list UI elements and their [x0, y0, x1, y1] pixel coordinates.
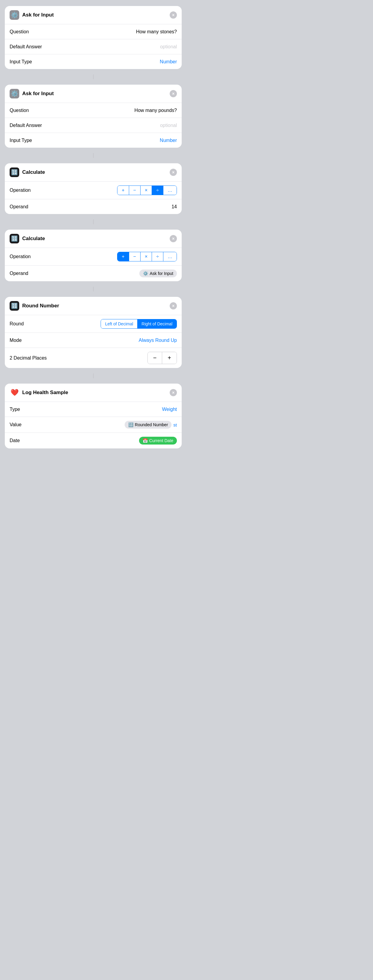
default-answer-value-1: optional — [160, 44, 177, 49]
operation-buttons-2: + − × ÷ … — [117, 252, 177, 261]
question-row-1: Question How many stones? — [5, 24, 182, 39]
op-plus-2[interactable]: + — [118, 252, 129, 261]
value-row: Value 🔢 Rounded Number st — [5, 417, 182, 433]
gear-icon-1: ⚙️ — [10, 10, 19, 20]
connector-1 — [93, 75, 94, 79]
gear-icon-2: ⚙️ — [10, 89, 19, 99]
rounded-number-pill[interactable]: 🔢 Rounded Number — [124, 421, 172, 429]
default-answer-row-1: Default Answer optional — [5, 39, 182, 54]
operation-label-2: Operation — [10, 254, 30, 259]
input-type-row-1: Input Type Number — [5, 54, 182, 69]
close-button-2[interactable]: × — [170, 90, 177, 97]
calculate-card-2: 🔢 Calculate × Operation + − × ÷ … Operan… — [5, 230, 182, 281]
input-type-label-1: Input Type — [10, 59, 32, 65]
right-of-decimal-btn[interactable]: Right of Decimal — [137, 319, 177, 328]
close-button-4[interactable]: × — [170, 235, 177, 242]
type-value[interactable]: Weight — [162, 407, 177, 412]
stepper-minus-btn[interactable]: − — [148, 352, 163, 364]
connector-3 — [93, 220, 94, 224]
calc-icon-1: 🔢 — [10, 167, 19, 177]
default-answer-label-2: Default Answer — [10, 123, 42, 128]
calc-title-2: Calculate — [22, 235, 167, 242]
input-type-value-2[interactable]: Number — [160, 138, 177, 143]
log-health-card: ❤️ Log Health Sample × Type Weight Value… — [5, 383, 182, 449]
close-button-1[interactable]: × — [170, 11, 177, 19]
round-row: Round Left of Decimal Right of Decimal — [5, 315, 182, 332]
input-type-row-2: Input Type Number — [5, 133, 182, 148]
mode-value[interactable]: Always Round Up — [139, 338, 177, 343]
question-value-1: How many stones? — [136, 29, 177, 35]
card-title-2: Ask for Input — [22, 91, 167, 97]
op-more-1[interactable]: … — [163, 186, 177, 195]
card-header-2: ⚙️ Ask for Input × — [5, 84, 182, 103]
ask-for-input-card-1: ⚙️ Ask for Input × Question How many sto… — [5, 6, 182, 69]
pill-gear-icon: ⚙️ — [143, 271, 148, 276]
rounded-number-icon: 🔢 — [128, 422, 133, 427]
operand-label-1: Operand — [10, 204, 28, 210]
round-title: Round Number — [22, 303, 167, 309]
calculate-card-1: 🔢 Calculate × Operation + − × ÷ … Operan… — [5, 163, 182, 214]
connector-5 — [93, 373, 94, 378]
log-health-title: Log Health Sample — [22, 390, 167, 396]
left-of-decimal-btn[interactable]: Left of Decimal — [101, 319, 137, 328]
heart-icon: ❤️ — [10, 388, 19, 398]
close-button-5[interactable]: × — [170, 302, 177, 309]
operation-buttons-1: + − × ÷ … — [117, 186, 177, 195]
input-type-value-1[interactable]: Number — [160, 59, 177, 65]
decimal-stepper: − + — [147, 352, 177, 364]
round-header: 🔢 Round Number × — [5, 297, 182, 315]
mode-row: Mode Always Round Up — [5, 332, 182, 348]
op-plus-1[interactable]: + — [118, 186, 129, 195]
operand-value-1[interactable]: 14 — [172, 204, 177, 210]
question-label-1: Question — [10, 29, 29, 35]
op-more-2[interactable]: … — [163, 252, 177, 261]
default-answer-row-2: Default Answer optional — [5, 118, 182, 133]
round-toggle-buttons: Left of Decimal Right of Decimal — [100, 319, 177, 329]
card-title-1: Ask for Input — [22, 12, 167, 18]
type-label: Type — [10, 407, 20, 412]
stepper-plus-btn[interactable]: + — [162, 352, 177, 364]
calc-header-1: 🔢 Calculate × — [5, 163, 182, 181]
op-multiply-2[interactable]: × — [140, 252, 152, 261]
round-calc-icon: 🔢 — [10, 301, 19, 311]
operation-label-1: Operation — [10, 188, 30, 193]
date-label: Date — [10, 438, 20, 443]
question-label-2: Question — [10, 108, 29, 113]
default-answer-value-2: optional — [160, 123, 177, 128]
operand-row-1: Operand 14 — [5, 199, 182, 214]
question-value-2: How many pounds? — [134, 108, 177, 113]
ask-for-input-pill[interactable]: ⚙️ Ask for Input — [139, 269, 177, 277]
operand-row-2: Operand ⚙️ Ask for Input — [5, 265, 182, 281]
ask-for-input-card-2: ⚙️ Ask for Input × Question How many pou… — [5, 84, 182, 148]
op-minus-1[interactable]: − — [129, 186, 140, 195]
value-suffix: st — [173, 422, 177, 427]
operation-row-2: Operation + − × ÷ … — [5, 248, 182, 265]
card-header-1: ⚙️ Ask for Input × — [5, 6, 182, 24]
decimal-places-row: 2 Decimal Places − + — [5, 348, 182, 368]
mode-label: Mode — [10, 338, 22, 343]
op-divide-1[interactable]: ÷ — [152, 186, 163, 195]
log-health-header: ❤️ Log Health Sample × — [5, 383, 182, 402]
value-label: Value — [10, 422, 22, 427]
calc-header-2: 🔢 Calculate × — [5, 230, 182, 248]
current-date-icon: 📅 — [143, 438, 148, 443]
operand-label-2: Operand — [10, 271, 28, 276]
connector-4 — [93, 286, 94, 291]
value-pill-row: 🔢 Rounded Number st — [124, 421, 177, 429]
date-row: Date 📅 Current Date — [5, 433, 182, 449]
calc-title-1: Calculate — [22, 169, 167, 175]
type-row: Type Weight — [5, 402, 182, 417]
connector-2 — [93, 153, 94, 158]
round-label: Round — [10, 321, 24, 326]
close-button-6[interactable]: × — [170, 389, 177, 396]
close-button-3[interactable]: × — [170, 169, 177, 176]
question-row-2: Question How many pounds? — [5, 103, 182, 118]
op-minus-2[interactable]: − — [129, 252, 140, 261]
op-multiply-1[interactable]: × — [140, 186, 152, 195]
op-divide-2[interactable]: ÷ — [152, 252, 163, 261]
default-answer-label-1: Default Answer — [10, 44, 42, 49]
operation-row-1: Operation + − × ÷ … — [5, 181, 182, 199]
current-date-pill[interactable]: 📅 Current Date — [139, 437, 177, 444]
input-type-label-2: Input Type — [10, 138, 32, 143]
calc-icon-2: 🔢 — [10, 234, 19, 243]
